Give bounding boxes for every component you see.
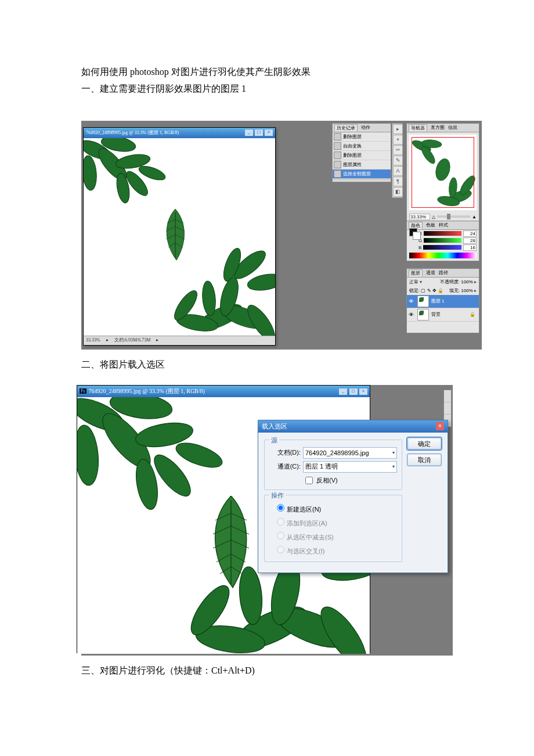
svg-point-17 bbox=[246, 271, 275, 293]
g-slider[interactable] bbox=[424, 238, 461, 243]
doc-step2: 二、将图片载入选区 bbox=[81, 359, 453, 371]
leaf-artwork bbox=[84, 138, 176, 219]
tool-strip[interactable]: ▸ ⌖ ✂ ✎ A ¶ ◧ bbox=[392, 123, 403, 198]
history-item[interactable]: 删除图层 bbox=[333, 132, 391, 142]
close-icon[interactable]: × bbox=[265, 129, 273, 136]
history-item-selected[interactable]: 选择全部图层 bbox=[333, 170, 391, 179]
dialog-titlebar[interactable]: 载入选区 × bbox=[258, 420, 448, 433]
tab-styles[interactable]: 样式 bbox=[439, 222, 448, 229]
op-new-selection[interactable]: 新建选区(N) bbox=[274, 502, 397, 514]
history-panel[interactable]: 历史记录 动作 删除图层 自由变换 删除图层 图层属性 选择全部图层 bbox=[332, 123, 391, 182]
navigator-preview[interactable] bbox=[409, 135, 477, 210]
doc-step3: 三、对图片进行羽化（快捷键：Ctl+Alt+D) bbox=[81, 665, 453, 677]
tool-icon[interactable]: ✂ bbox=[393, 145, 403, 155]
window-system-buttons[interactable]: _ □ × bbox=[338, 387, 367, 395]
tab-histogram[interactable]: 直方图 bbox=[431, 124, 445, 131]
b-slider[interactable] bbox=[423, 245, 461, 250]
tab-actions[interactable]: 动作 bbox=[361, 124, 370, 131]
status-zoom: 33.33% bbox=[86, 337, 100, 343]
canvas[interactable] bbox=[84, 138, 275, 336]
tool-icon[interactable]: A bbox=[393, 166, 403, 176]
tab-paths[interactable]: 路径 bbox=[439, 269, 448, 276]
navigator-zoom-value[interactable]: 33.33% bbox=[409, 214, 430, 220]
op-radio[interactable] bbox=[277, 504, 284, 512]
svg-point-25 bbox=[201, 280, 217, 316]
lock-icon: 🔒 bbox=[470, 312, 475, 317]
tab-navigator[interactable]: 导航器 bbox=[409, 124, 427, 131]
zoom-in-icon[interactable]: ▲ bbox=[472, 214, 477, 219]
tool-icon[interactable]: ¶ bbox=[393, 177, 403, 186]
layer-name[interactable]: 图层 1 bbox=[431, 298, 445, 304]
channel-label: 通道(C): bbox=[269, 462, 301, 471]
window-titlebar[interactable]: Ps 764920_24898995.jpg @ 33.3% (图层 1, RG… bbox=[77, 386, 370, 397]
doc-step1: 一、建立需要进行阴影效果图片的图层 1 bbox=[81, 81, 453, 98]
tab-swatches[interactable]: 色板 bbox=[426, 222, 435, 229]
load-selection-dialog: 载入选区 × 确定 取消 源 文档(D): 764920_24898995.jp… bbox=[258, 420, 448, 573]
color-spectrum[interactable] bbox=[409, 253, 477, 258]
maximize-icon[interactable]: □ bbox=[255, 129, 263, 136]
tool-icon[interactable]: ▸ bbox=[393, 124, 403, 134]
minimize-icon[interactable]: _ bbox=[245, 129, 253, 136]
document-select[interactable]: 764920_24898995.jpg▾ bbox=[303, 447, 397, 459]
layer-row-selected[interactable]: 👁 图层 1 bbox=[407, 295, 479, 308]
invert-checkbox[interactable] bbox=[305, 477, 313, 484]
doc-title: 如何用使用 photoshop 对图片进行羽化使其产生阴影效果 bbox=[81, 64, 453, 81]
window-titlebar[interactable]: 764920_24898995.jpg @ 33.3% (图层 1, RGB/8… bbox=[84, 128, 275, 138]
window-title: 764920_24898995.jpg @ 33.3% (图层 1, RGB/8… bbox=[89, 387, 205, 395]
svg-point-3 bbox=[84, 155, 98, 191]
layer-thumbnail[interactable] bbox=[417, 309, 429, 321]
fill-value[interactable]: 100% bbox=[461, 288, 472, 293]
layer-row[interactable]: 👁 背景 🔒 bbox=[407, 308, 479, 322]
close-icon[interactable]: × bbox=[359, 388, 367, 395]
layers-panel[interactable]: 图层 通道 路径 正常 ▾ 不透明度: 100% ▸ 锁定: ▢ ✎ ✥ 🔒 填… bbox=[406, 268, 479, 333]
visibility-icon[interactable]: 👁 bbox=[407, 312, 415, 318]
g-value[interactable]: 28 bbox=[463, 237, 477, 244]
navigator-panel[interactable]: 导航器 直方图 信息 bbox=[406, 123, 479, 222]
r-value[interactable]: 24 bbox=[463, 231, 477, 237]
blend-mode[interactable]: 正常 bbox=[409, 279, 418, 285]
document-intro: 如何用使用 photoshop 对图片进行羽化使其产生阴影效果 一、建立需要进行… bbox=[81, 64, 453, 98]
lock-label: 锁定: bbox=[409, 288, 420, 293]
r-slider[interactable] bbox=[424, 231, 461, 236]
op-radio bbox=[277, 546, 284, 553]
history-item[interactable]: 自由变换 bbox=[333, 142, 391, 151]
op-add-selection: 添加到选区(A) bbox=[274, 516, 397, 528]
status-docinfo: 文档:6.93M/6.73M bbox=[114, 337, 151, 343]
tab-channels[interactable]: 通道 bbox=[426, 269, 435, 276]
svg-point-41 bbox=[173, 438, 225, 472]
b-value[interactable]: 16 bbox=[463, 244, 477, 251]
tab-history[interactable]: 历史记录 bbox=[334, 124, 358, 131]
chevron-down-icon: ▾ bbox=[392, 450, 395, 455]
tab-layers[interactable]: 图层 bbox=[409, 269, 423, 276]
window-system-buttons[interactable]: _ □ × bbox=[244, 129, 273, 136]
background-color[interactable] bbox=[413, 232, 421, 240]
svg-point-37 bbox=[77, 424, 100, 486]
color-panel[interactable]: 颜色 色板 样式 R24 G28 B16 bbox=[406, 221, 479, 261]
layer-name[interactable]: 背景 bbox=[431, 311, 441, 318]
figure-1: 764920_24898995.jpg @ 33.3% (图层 1, RGB/8… bbox=[81, 121, 453, 350]
minimize-icon[interactable]: _ bbox=[339, 388, 347, 395]
visibility-icon[interactable]: 👁 bbox=[407, 298, 415, 304]
chevron-down-icon: ▾ bbox=[392, 464, 395, 469]
tab-info[interactable]: 信息 bbox=[448, 124, 457, 131]
op-intersect-selection: 与选区交叉(I) bbox=[274, 544, 397, 556]
dialog-close-icon[interactable]: × bbox=[436, 422, 444, 430]
channel-select[interactable]: 图层 1 透明▾ bbox=[303, 461, 397, 473]
cancel-button[interactable]: 取消 bbox=[407, 453, 442, 466]
tool-icon[interactable]: ✎ bbox=[393, 156, 403, 165]
zoom-out-icon[interactable]: △ bbox=[432, 214, 435, 219]
maximize-icon[interactable]: □ bbox=[349, 388, 358, 395]
photoshop-workspace-2: Ps 764920_24898995.jpg @ 33.3% (图层 1, RG… bbox=[81, 385, 453, 656]
group-source-label: 源 bbox=[269, 436, 279, 445]
history-item[interactable]: 删除图层 bbox=[333, 151, 391, 160]
layer-thumbnail[interactable] bbox=[417, 296, 429, 307]
app-icon: Ps bbox=[80, 388, 86, 394]
tool-icon[interactable]: ◧ bbox=[393, 187, 403, 197]
history-item[interactable]: 图层属性 bbox=[333, 160, 391, 170]
ok-button[interactable]: 确定 bbox=[407, 437, 442, 450]
zoom-slider[interactable] bbox=[437, 215, 470, 218]
figure-2: Ps 764920_24898995.jpg @ 33.3% (图层 1, RG… bbox=[81, 385, 453, 656]
tool-icon[interactable]: ⌖ bbox=[393, 135, 403, 145]
opacity-value[interactable]: 100% bbox=[461, 279, 472, 285]
document-window: 764920_24898995.jpg @ 33.3% (图层 1, RGB/8… bbox=[83, 127, 276, 345]
